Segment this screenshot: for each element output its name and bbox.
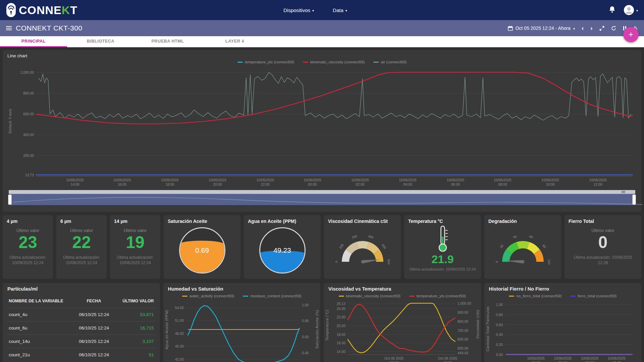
range-selector[interactable] [9, 194, 635, 205]
svg-text:10/06/202504:00: 10/06/202504:00 [399, 178, 417, 186]
legend-item[interactable]: kinematic_viscosity (connect59) [303, 59, 365, 65]
col-header-fecha: FECHA [69, 296, 119, 308]
y-axis-label-right: Saturación Aceite (%) [315, 310, 319, 349]
degradation-gauge: 020406080100 [489, 229, 556, 266]
caret-down-icon: ▾ [312, 9, 314, 12]
svg-text:0.60: 0.60 [302, 335, 309, 339]
card-title: Saturación Aceite [168, 219, 236, 224]
range-handle-right[interactable] [632, 194, 636, 205]
svg-text:0: 0 [334, 261, 338, 262]
historial-chart: 1.000.800.600.400.200.0010/05/202518:001… [488, 299, 638, 362]
user-avatar[interactable]: ▾ [624, 5, 638, 15]
fullscreen-icon[interactable] [599, 26, 604, 31]
svg-text:1,000.00: 1,000.00 [20, 70, 34, 74]
caret-down-icon: ▾ [636, 9, 638, 12]
card-temperatura: Temperatura °C 21.9 Última actualización… [404, 215, 481, 279]
svg-text:20: 20 [499, 244, 504, 249]
tank-value: 49.23 [260, 246, 305, 254]
svg-text:700.00: 700.00 [458, 328, 468, 333]
card-6um: 6 µm Último valor 22 Última actualizació… [56, 215, 107, 279]
last-update: Última actualización: 10/06/2025 12:24 [7, 255, 49, 265]
svg-text:10/05/202520:00: 10/05/202520:00 [209, 178, 226, 186]
legend-item[interactable]: temperature_yts (connect59) [409, 293, 466, 299]
caret-down-icon: ▾ [573, 27, 575, 31]
svg-text:14.00: 14.00 [337, 350, 345, 354]
legend-item[interactable]: temperature_yts (connect59) [237, 59, 294, 65]
legend-item[interactable]: no_ferro_total (connect59) [509, 293, 561, 299]
svg-text:600.00: 600.00 [23, 112, 34, 116]
svg-text:0.80: 0.80 [302, 319, 309, 323]
svg-text:10/06/202510:00: 10/06/202510:00 [541, 178, 559, 186]
svg-text:400.00: 400.00 [23, 133, 34, 137]
refresh-icon[interactable] [611, 26, 616, 31]
svg-text:0.60: 0.60 [496, 323, 503, 327]
legend-item[interactable]: kinematic_viscosity (connect59) [339, 293, 400, 299]
card-title: Fierro Total [569, 219, 637, 224]
hamburger-menu-icon[interactable] [6, 26, 12, 30]
svg-text:10/05/202518:00: 10/05/202518:00 [161, 178, 179, 186]
legend-item[interactable]: ferro_total (connect59) [570, 293, 616, 299]
svg-text:200.00: 200.00 [23, 154, 34, 158]
legend-item[interactable]: air (connect59) [373, 59, 407, 65]
chart-legend: temperature_yts (connect59)kinematic_vis… [3, 59, 641, 65]
menu-data[interactable]: Data▾ [333, 7, 347, 13]
tab-layer-4[interactable]: LAYER 4 [201, 36, 268, 47]
svg-text:200: 200 [351, 234, 357, 239]
range-handle-left[interactable] [8, 194, 12, 205]
step-back-button[interactable]: ‹ [582, 24, 584, 32]
add-widget-button[interactable]: + [623, 27, 639, 42]
svg-text:13.73: 13.73 [25, 173, 34, 177]
step-forward-button[interactable]: › [590, 24, 592, 32]
scrollbar-handle[interactable] [622, 191, 625, 193]
viscosity-gauge: 0100200300400500 [329, 229, 396, 266]
top-menus: Dispositivos▾ Data▾ [283, 7, 347, 13]
svg-text:0.80: 0.80 [496, 313, 503, 317]
legend-marker [303, 62, 308, 63]
svg-text:0.40: 0.40 [496, 333, 503, 337]
legend-marker [509, 296, 514, 297]
viscosidad-chart-panel: Viscosidad vs Temperatura kinematic_visc… [324, 283, 481, 362]
legend-item[interactable]: moisture_content (connect59) [243, 293, 301, 299]
card-title: Viscosidad Cinemática cSt [328, 219, 397, 224]
navigator-preview [13, 194, 643, 205]
dashboard-header: CONNEKT CKT-300 Oct 05 2025 12:24 - Ahor… [0, 20, 644, 36]
last-update: Última actualización: 10/06/2025 12:24 [114, 255, 156, 265]
chart-title: Historial Fierro / No Fierro [484, 283, 642, 292]
stat-value: 23 [7, 234, 49, 251]
svg-text:10/06/202506:00: 10/06/202506:00 [581, 356, 599, 362]
tab-biblioteca[interactable]: BIBLIOTECA [67, 36, 134, 47]
table-row: count_4u06/10/25 12:2453,871 [7, 308, 156, 321]
particulas-table-panel: Partículas/ml NOMBRE DE LA VARIABLE FECH… [3, 283, 160, 362]
svg-text:Oct 06 202500:00: Oct 06 202500:00 [384, 356, 404, 362]
table-row: count_14u06/10/25 12:243,107 [7, 335, 156, 348]
tank-fill [180, 241, 224, 273]
legend-item[interactable]: water_activity (connect59) [182, 293, 234, 299]
svg-text:48.00: 48.00 [175, 331, 183, 336]
card-title: Temperatura °C [408, 219, 477, 224]
tab-principal[interactable]: PRINCIPAL [0, 36, 67, 47]
legend-marker [243, 296, 248, 297]
last-value-label: Último valor [60, 228, 103, 233]
table-title: Partículas/ml [3, 283, 160, 292]
date-range-label: Oct 05 2025 12:24 - Ahora [516, 25, 571, 31]
card-14um: 14 µm Último valor 19 Última actualizaci… [110, 215, 160, 279]
menu-dispositivos[interactable]: Dispositivos▾ [283, 7, 314, 13]
notifications-bell-icon[interactable] [609, 6, 615, 14]
chart-legend: water_activity (connect59)moisture_conte… [163, 293, 321, 299]
viscosidad-chart: 25.1224.0022.0020.0018.0016.0014.001,000… [327, 299, 477, 362]
last-update: Última actualización: 10/06/2025 12:24 [60, 255, 103, 265]
card-4um: 4 µm Último valor 23 Última actualizació… [3, 215, 53, 279]
brand-logo[interactable]: CONNEKT [6, 3, 77, 17]
last-update: Última actualización: 10/06/2025 12:24 [408, 267, 477, 272]
chart-scrollbar[interactable] [9, 190, 635, 194]
table-row: count_21u06/10/25 12:2451 [7, 348, 156, 362]
line-chart-panel: Line chart temperature_yts (connect59)ki… [3, 50, 641, 212]
svg-text:18.00: 18.00 [337, 333, 345, 337]
svg-text:449.63: 449.63 [458, 351, 468, 355]
tab-prueba-html[interactable]: PRUEBA HTML [134, 36, 201, 47]
svg-text:500.00: 500.00 [458, 346, 468, 350]
col-header-variable: NOMBRE DE LA VARIABLE [7, 296, 69, 308]
last-value-label: Último valor [114, 228, 156, 233]
dashboard-title: CONNEKT CKT-300 [16, 24, 83, 32]
date-range-picker[interactable]: Oct 05 2025 12:24 - Ahora ▾ [508, 25, 575, 31]
